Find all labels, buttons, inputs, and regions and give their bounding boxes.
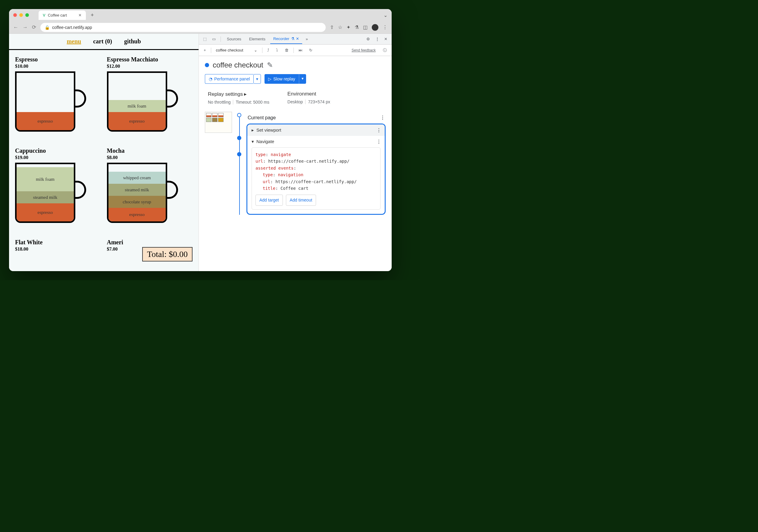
device-icon[interactable]: ▭ [210, 36, 218, 43]
replay-settings[interactable]: Replay settings ▸ No throttlingTimeout: … [208, 91, 269, 105]
more-tabs-icon[interactable]: » [304, 36, 310, 43]
minimize-window-icon[interactable] [19, 13, 23, 17]
devtools-tabs: ⬚ ▭ Sources Elements Recorder ⚗ ✕ » ⚙ ⋮ … [199, 34, 392, 45]
add-recording-icon[interactable]: + [202, 47, 208, 53]
product-mocha[interactable]: Mocha $8.00 espresso chocolate syrup ste… [107, 147, 193, 234]
reload-button[interactable]: ⟳ [32, 24, 36, 30]
feedback-link[interactable]: Send feedback [352, 48, 376, 52]
forward-button[interactable]: → [22, 24, 28, 30]
nav-menu[interactable]: menu [67, 38, 81, 45]
lock-icon: 🔒 [45, 25, 50, 30]
add-target-button[interactable]: Add target [256, 195, 283, 206]
add-timeout-button[interactable]: Add timeout [286, 195, 316, 206]
product-macchiato[interactable]: Espresso Macchiato $12.00 espresso milk … [107, 56, 193, 143]
settings-icon[interactable]: ⚙ [364, 36, 372, 43]
export-icon[interactable]: ⤴ [265, 47, 271, 53]
layer-espresso: espresso [109, 112, 166, 130]
recording-title: coffee checkout [213, 61, 263, 69]
help-icon[interactable]: ⓘ [381, 47, 389, 54]
titlebar: V Coffee cart ✕ + ⌄ [9, 9, 392, 21]
timeline-line [236, 112, 242, 215]
gauge-icon: ◔ [209, 77, 212, 81]
tab-close-icon[interactable]: ✕ [78, 13, 82, 17]
webpage: menu cart (0) github Espresso $10.00 esp… [9, 34, 199, 271]
chevron-right-icon: ▸ [244, 91, 247, 97]
product-name: Espresso Macchiato [107, 56, 193, 63]
browser-window: V Coffee cart ✕ + ⌄ ← → ⟳ 🔒 coffee-cart.… [9, 9, 392, 271]
product-flatwhite[interactable]: Flat White $18.00 [15, 239, 101, 265]
profile-avatar[interactable] [372, 24, 378, 31]
replay-button[interactable]: ▷ Slow replay [264, 74, 298, 84]
performance-dropdown[interactable]: ▾ [253, 74, 261, 84]
product-price: $10.00 [15, 64, 101, 69]
step-menu-icon[interactable]: ⋮ [377, 127, 381, 133]
edit-icon[interactable]: ✎ [267, 61, 273, 69]
maximize-window-icon[interactable] [25, 13, 29, 17]
product-name: Flat White [15, 239, 101, 246]
chevron-down-icon: ⌄ [254, 48, 257, 52]
tab-sources[interactable]: Sources [224, 34, 244, 44]
nav-github[interactable]: github [124, 38, 141, 45]
cup-graphic: espresso [15, 71, 87, 132]
url-input[interactable]: 🔒 coffee-cart.netlify.app [40, 23, 326, 32]
step-current-page: Current page ⋮ [246, 112, 386, 123]
recorder-toolbar: + coffee checkout ⌄ ⤴ ⤵ 🗑 ⏭ ↻ Send feedb… [199, 45, 392, 56]
tab-recorder[interactable]: Recorder ⚗ ✕ [270, 34, 302, 44]
layer-espresso: espresso [17, 203, 74, 221]
browser-tab[interactable]: V Coffee cart ✕ [39, 11, 86, 20]
product-cappuccino[interactable]: Cappuccino $19.00 espresso steamed milk … [15, 147, 101, 234]
menu-icon[interactable]: ⋮ [383, 24, 388, 30]
layer-espresso: espresso [109, 208, 166, 221]
timeline-node[interactable] [237, 113, 241, 117]
action-buttons: ◔ Performance panel ▾ ▷ Slow replay ▾ [205, 74, 386, 84]
timeline-node[interactable] [237, 136, 241, 140]
step-navigate[interactable]: ▾Navigate ⋮ [247, 136, 385, 147]
window-controls [13, 13, 29, 17]
panel-icon[interactable]: ◫ [363, 24, 367, 30]
layer-steamed-milk: steamed milk [17, 191, 74, 203]
product-price: $12.00 [107, 64, 193, 69]
cup-graphic: espresso steamed milk milk foam [15, 163, 87, 223]
recorder-body: coffee checkout ✎ ◔ Performance panel ▾ … [199, 56, 392, 271]
flask-icon: ⚗ [291, 36, 294, 41]
bookmark-icon[interactable]: ☆ [338, 24, 342, 30]
product-price: $8.00 [107, 155, 193, 160]
tab-title: Coffee cart [48, 13, 67, 17]
layer-milk-foam: milk foam [17, 167, 74, 191]
new-tab-button[interactable]: + [91, 12, 94, 18]
cart-total[interactable]: Total: $0.00 [142, 247, 192, 261]
step-set-viewport[interactable]: ▸Set viewport ⋮ [247, 124, 385, 136]
timeline-node[interactable] [237, 152, 241, 156]
selected-steps-card: ▸Set viewport ⋮ ▾Navigate ⋮ type: naviga… [246, 123, 386, 215]
step-menu-icon[interactable]: ⋮ [377, 139, 381, 144]
layer-chocolate: chocolate syrup [109, 196, 166, 208]
labs-icon[interactable]: ⚗ [355, 24, 359, 30]
product-espresso[interactable]: Espresso $10.00 espresso [15, 56, 101, 143]
share-icon[interactable]: ⇧ [330, 24, 334, 30]
inspect-icon[interactable]: ⬚ [201, 36, 208, 43]
close-icon[interactable]: ✕ [296, 36, 299, 41]
devtools-close-icon[interactable]: ✕ [382, 36, 389, 43]
recording-title-row: coffee checkout ✎ [205, 61, 386, 69]
performance-panel-button[interactable]: ◔ Performance panel [205, 74, 253, 84]
import-icon[interactable]: ⤵ [274, 47, 280, 53]
back-button[interactable]: ← [13, 24, 18, 30]
layer-milk-foam: milk foam [109, 100, 166, 112]
tab-elements[interactable]: Elements [246, 34, 268, 44]
chevron-down-icon: ▾ [252, 139, 254, 144]
recording-name: coffee checkout [216, 48, 243, 52]
recording-select[interactable]: coffee checkout ⌄ [214, 47, 259, 53]
layer-steamed-milk: steamed milk [109, 184, 166, 196]
loop-icon[interactable]: ↻ [307, 47, 314, 53]
kebab-icon[interactable]: ⋮ [374, 36, 381, 43]
delete-icon[interactable]: 🗑 [283, 47, 291, 53]
replay-dropdown[interactable]: ▾ [299, 74, 306, 84]
step-thumbnail[interactable] [205, 112, 232, 215]
tabs-menu-icon[interactable]: ⌄ [384, 12, 388, 18]
extensions-icon[interactable]: ✦ [346, 24, 350, 30]
step-menu-icon[interactable]: ⋮ [380, 115, 384, 120]
step-detail: type: navigate url: https://coffee-cart.… [252, 147, 381, 210]
nav-cart[interactable]: cart (0) [93, 38, 112, 45]
step-icon[interactable]: ⏭ [297, 47, 304, 53]
close-window-icon[interactable] [13, 13, 17, 17]
